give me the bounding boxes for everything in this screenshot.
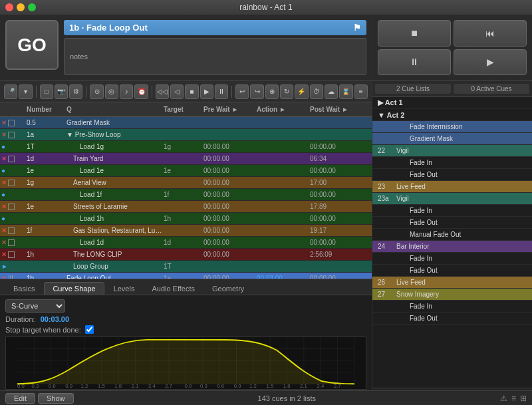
play-button[interactable]: ▶	[454, 49, 527, 76]
toolbar-cloud[interactable]: ☁	[325, 84, 338, 99]
list-item[interactable]: Fade In	[372, 157, 532, 169]
row-remove-icon[interactable]: ✕	[1, 131, 7, 138]
show-button[interactable]: Show	[38, 393, 74, 404]
row-remove-icon[interactable]: ✕	[1, 239, 7, 246]
toolbar-clock[interactable]: ⏰	[134, 84, 148, 99]
list-item[interactable]: Fade In	[372, 253, 532, 265]
toolbar-music[interactable]: ♪	[120, 84, 133, 99]
duration-row: Duration: 00:03.00	[5, 315, 366, 323]
curve-controls: S-Curve Linear Log	[5, 299, 366, 313]
edit-button[interactable]: Edit	[5, 393, 35, 404]
toolbar-down[interactable]: ▾	[19, 84, 32, 99]
col-header-action: Action ►	[257, 106, 310, 113]
row-actions: ✕	[0, 179, 24, 186]
table-row[interactable]: ● Load 1f 1f 00:00.00 00:00.00	[0, 189, 372, 201]
list-item[interactable]: Gradient Mask	[372, 133, 532, 145]
row-q-name: Streets of Laramie	[64, 203, 164, 210]
list-item[interactable]: Fade In	[372, 205, 532, 217]
maximize-button[interactable]	[28, 3, 36, 11]
row-remove-icon[interactable]: ✕	[1, 179, 7, 186]
tab-levels[interactable]: Levels	[106, 283, 143, 295]
list-item[interactable]: 22Vigil	[372, 145, 532, 157]
list-item[interactable]: 23Live Feed	[372, 181, 532, 193]
go-button[interactable]: GO	[5, 20, 59, 70]
stop-button[interactable]: ■	[378, 20, 451, 47]
table-row[interactable]: ✕ Load 1d 1d 00:00.00 00:00.00	[0, 237, 372, 249]
svg-text:1.5: 1.5	[98, 383, 106, 389]
row-remove-icon[interactable]: ✕	[1, 227, 7, 234]
toolbar-video[interactable]: □	[40, 84, 53, 99]
skip-back-button[interactable]: ⏮	[454, 20, 527, 47]
toolbar-refresh[interactable]: ↻	[280, 84, 293, 99]
ri-name: Fade In	[396, 159, 432, 166]
table-row[interactable]: ✕ 0.5 Gradient Mask	[0, 117, 372, 129]
toolbar-play[interactable]: ▶	[200, 84, 213, 99]
ri-name: Fade In	[396, 207, 432, 214]
grid-icon: ⊞	[520, 394, 527, 403]
list-item[interactable]: Fade Intermission	[372, 121, 532, 133]
ri-name: Manual Fade Out	[396, 231, 461, 238]
row-actions: ✕	[0, 227, 24, 234]
list-item[interactable]: 24Bar Interior	[372, 241, 532, 253]
toolbar-redo[interactable]: ↪	[250, 84, 263, 99]
toolbar-stop[interactable]: ■	[185, 84, 198, 99]
list-item[interactable]: 26Live Feed	[372, 277, 532, 289]
tab-geometry[interactable]: Geometry	[204, 283, 252, 295]
toolbar-camera[interactable]: 📷	[55, 84, 68, 99]
table-row[interactable]: ✕ 1e Streets of Laramie 00:00.00 17:89	[0, 201, 372, 213]
toolbar-record[interactable]: ⊙	[90, 84, 103, 99]
toolbar-mic[interactable]: 🎤	[4, 84, 17, 99]
list-item[interactable]: Fade In	[372, 301, 532, 313]
row-remove-icon[interactable]: ✕	[1, 251, 7, 258]
row-type-icon	[8, 180, 15, 186]
list-item[interactable]: 23aVigil	[372, 193, 532, 205]
ri-name: Fade Out	[396, 219, 438, 226]
tab-curve-shape[interactable]: Curve Shape	[44, 282, 104, 295]
tab-basics[interactable]: Basics	[5, 283, 43, 295]
table-row[interactable]: ● Load 1h 1h 00:00.00 00:00.00	[0, 213, 372, 225]
curve-type-select[interactable]: S-Curve Linear Log	[5, 299, 65, 313]
tab-audio-effects[interactable]: Audio Effects	[144, 283, 203, 295]
toolbar-pause[interactable]: ⏸	[215, 84, 228, 99]
table-row[interactable]: ✕ 1g Aerial View 00:00.00 17:00	[0, 177, 372, 189]
table-row[interactable]: ✕ 1h The LONG CLIP 00:00.00 2:56:09	[0, 249, 372, 261]
table-row[interactable]: ✕ 1f Gas Station, Restaurant, Lumber 00:…	[0, 225, 372, 237]
close-button[interactable]	[5, 3, 13, 11]
pause-button[interactable]: ⏸	[378, 49, 451, 76]
list-item[interactable]: 27Snow Imagery	[372, 289, 532, 301]
toolbar-bolt[interactable]: ⚡	[295, 84, 308, 99]
table-row[interactable]: ✕ 1d Train Yard 00:00.00 06:34	[0, 153, 372, 165]
list-item[interactable]: Fade Out	[372, 313, 532, 325]
row-remove-icon[interactable]: ✕	[1, 203, 7, 210]
toolbar-rewind[interactable]: ◁◁	[156, 84, 169, 99]
list-item[interactable]: Fade Out	[372, 217, 532, 229]
svg-text:2.4: 2.4	[317, 383, 325, 389]
notes-bar[interactable]: notes	[64, 38, 366, 75]
ri-name: Live Feed	[396, 279, 426, 286]
toolbar-circle[interactable]: ◎	[105, 84, 118, 99]
table-row[interactable]: ● 1e Load 1e 1e 00:00.00 00:00.00	[0, 165, 372, 177]
table-row[interactable]: ✕||| 1b Fade Loop Out 1a 00:00.00 00:03.…	[0, 273, 372, 279]
ri-name: Snow Imagery	[396, 291, 439, 298]
list-item[interactable]: Fade Out	[372, 169, 532, 181]
table-row[interactable]: ✕ 1a ▼ Pre-Show Loop	[0, 129, 372, 141]
list-item[interactable]: Fade Out	[372, 265, 532, 277]
active-cues-count: 0 Active Cues	[454, 84, 529, 94]
minimize-button[interactable]	[17, 3, 25, 11]
stop-target-checkbox[interactable]	[85, 325, 94, 334]
list-item[interactable]: ▶ Act 1	[372, 97, 532, 109]
toolbar-undo[interactable]: ↩	[235, 84, 249, 99]
list-item[interactable]: Manual Fade Out	[372, 229, 532, 241]
row-remove-icon[interactable]: ✕	[1, 155, 7, 162]
toolbar-add[interactable]: ⊕	[265, 84, 279, 99]
toolbar-timer[interactable]: ⏱	[310, 84, 323, 99]
table-row[interactable]: ● 1T Load 1g 1g 00:00.00 00:00.00	[0, 141, 372, 153]
row-remove-icon[interactable]: ✕	[1, 119, 7, 126]
table-row[interactable]: ► Loop Group 1T	[0, 261, 372, 273]
toolbar-sep-2	[86, 86, 86, 98]
toolbar-menu[interactable]: ≡	[354, 84, 368, 99]
toolbar-sliders[interactable]: ⚙	[69, 84, 82, 99]
toolbar-hourglass[interactable]: ⌛	[339, 84, 352, 99]
list-item[interactable]: ▼ Act 2	[372, 109, 532, 121]
toolbar-back[interactable]: ◁	[170, 84, 184, 99]
